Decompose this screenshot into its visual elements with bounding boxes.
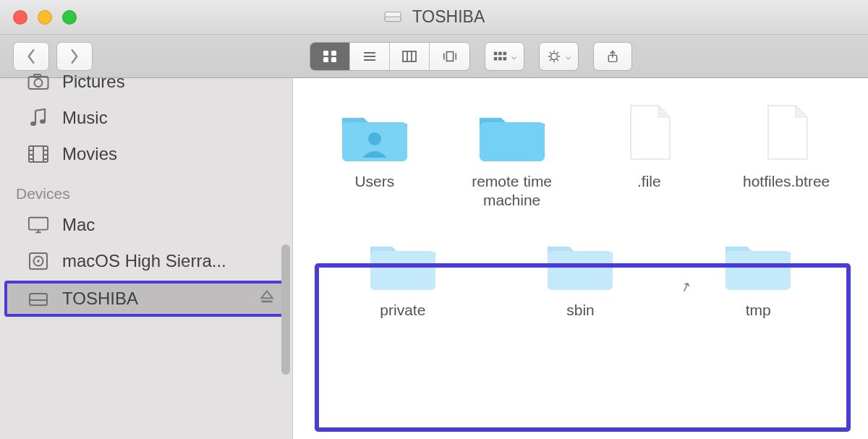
svg-line-26 — [550, 52, 551, 54]
svg-point-36 — [40, 119, 46, 124]
document-icon — [746, 100, 826, 165]
sidebar-scrollbar[interactable] — [277, 78, 292, 439]
sidebar-item-label: macOS High Sierra... — [62, 251, 279, 271]
svg-point-51 — [37, 260, 40, 263]
sidebar-item-mac[interactable]: Mac — [0, 207, 292, 243]
svg-rect-2 — [323, 51, 328, 56]
svg-line-27 — [557, 59, 558, 61]
camera-icon — [26, 72, 51, 92]
music-note-icon — [26, 108, 51, 128]
sidebar-item-label: Pictures — [62, 72, 279, 92]
svg-rect-18 — [494, 56, 498, 60]
content-area: Users remote time machine .file — [293, 78, 868, 439]
close-window-button[interactable] — [13, 10, 27, 25]
folder-icon — [472, 100, 552, 165]
sidebar-item-label: Movies — [62, 144, 279, 164]
sidebar-item-music[interactable]: Music — [0, 100, 292, 136]
svg-rect-20 — [503, 56, 507, 60]
view-mode-segmented-control — [310, 42, 470, 71]
item-label: hotfiles.btree — [743, 172, 830, 211]
svg-rect-19 — [498, 56, 502, 60]
svg-line-28 — [550, 59, 551, 61]
annotation-highlight-box — [315, 263, 851, 432]
external-disk-icon — [383, 6, 402, 29]
monitor-icon — [26, 215, 51, 235]
sidebar-section-devices-header: Devices — [0, 172, 292, 207]
sidebar-item-label: Music — [62, 108, 279, 128]
sidebar-item-disk-image[interactable]: macOS High Sierra... — [0, 243, 292, 279]
svg-rect-16 — [498, 51, 502, 55]
sidebar-item-pictures[interactable]: Pictures — [0, 64, 292, 100]
svg-line-29 — [557, 52, 558, 54]
folder-users[interactable]: Users — [306, 100, 443, 211]
folder-user-icon — [335, 100, 414, 165]
chevron-down-icon: ⌵ — [566, 51, 571, 61]
gallery-view-button[interactable] — [430, 43, 469, 70]
zoom-window-button[interactable] — [62, 10, 77, 25]
svg-point-33 — [35, 79, 43, 87]
svg-rect-0 — [385, 12, 401, 21]
svg-rect-17 — [503, 51, 507, 55]
svg-rect-5 — [331, 57, 336, 62]
titlebar: TOSHIBA — [0, 0, 868, 35]
scrollbar-thumb[interactable] — [281, 244, 290, 375]
svg-rect-4 — [323, 57, 328, 62]
svg-rect-54 — [261, 301, 272, 303]
svg-rect-1 — [385, 17, 401, 21]
svg-rect-3 — [331, 51, 336, 56]
folder-remote-time-machine[interactable]: remote time machine — [443, 100, 581, 211]
list-view-button[interactable] — [350, 43, 390, 70]
sidebar-item-label: TOSHIBA — [62, 289, 247, 309]
chevron-down-icon: ⌵ — [511, 51, 516, 61]
traffic-lights — [13, 10, 77, 25]
file-dotfile[interactable]: .file — [581, 100, 718, 211]
eject-icon[interactable] — [259, 289, 275, 309]
svg-rect-12 — [446, 51, 453, 61]
svg-rect-56 — [480, 122, 545, 161]
disk-image-icon — [26, 251, 51, 271]
sidebar-item-toshiba[interactable]: TOSHIBA — [4, 281, 288, 317]
column-view-button[interactable] — [390, 43, 430, 70]
minimize-window-button[interactable] — [38, 10, 52, 25]
item-label: .file — [637, 172, 661, 211]
film-icon — [26, 144, 51, 164]
window-title: TOSHIBA — [412, 7, 485, 27]
svg-rect-9 — [403, 51, 416, 61]
sidebar-item-label: Mac — [62, 215, 279, 235]
svg-rect-46 — [29, 218, 48, 230]
icon-view-button[interactable] — [310, 43, 350, 70]
svg-rect-15 — [494, 51, 498, 55]
document-icon — [609, 100, 689, 165]
svg-point-35 — [30, 122, 36, 126]
sidebar-item-movies[interactable]: Movies — [0, 136, 292, 172]
file-hotfiles-btree[interactable]: hotfiles.btree — [718, 100, 855, 211]
share-button[interactable] — [593, 42, 632, 71]
external-disk-icon — [26, 289, 51, 309]
action-menu-dropdown[interactable]: ⌵ — [539, 42, 579, 71]
item-label: Users — [354, 172, 394, 211]
item-label: remote time machine — [443, 172, 581, 211]
arrange-by-dropdown[interactable]: ⌵ — [485, 42, 524, 71]
sidebar: Pictures Music Movies Devices Mac — [0, 78, 293, 439]
svg-point-21 — [551, 53, 558, 59]
